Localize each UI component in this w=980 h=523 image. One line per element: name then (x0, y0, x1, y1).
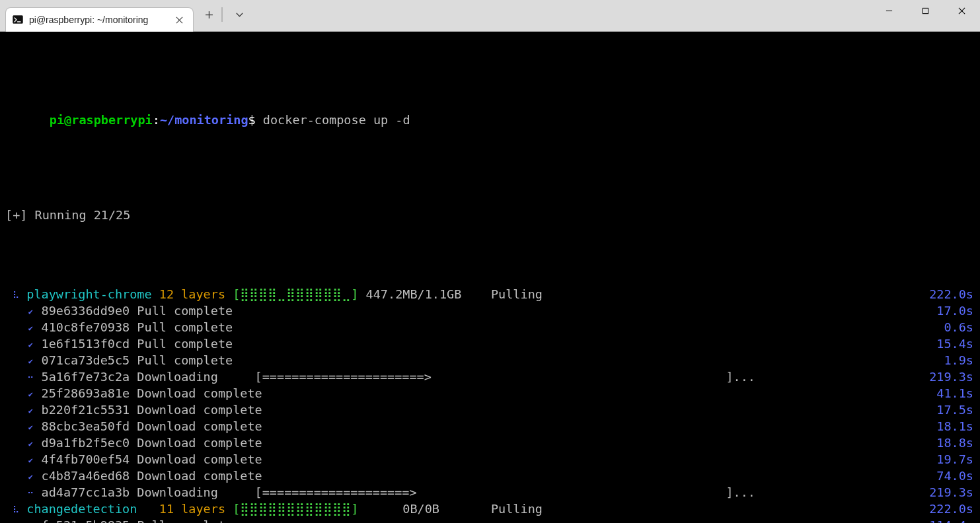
layer-time: 15.4s (936, 336, 973, 353)
layer-id: d9a1fb2f5ec0 (42, 436, 130, 450)
layer-time: 0.6s (944, 320, 973, 336)
layer-time: 219.3s (929, 485, 973, 501)
service-progress-bar: [⣿⣿⣿⣿⣿⣿⣿⣿⣿⣿⣿⣿] (233, 502, 358, 516)
prompt-userhost: pi@raspberrypi (50, 113, 153, 127)
layer-id: 88cbc3ea50fd (42, 419, 130, 433)
service-name: playwright-chrome (26, 287, 151, 301)
service-status: Pulling (469, 502, 543, 516)
service-time: 222.0s (929, 501, 973, 518)
prompt-command: docker-compose up -d (263, 113, 410, 127)
prompt-cwd: ~/monitoring (160, 113, 248, 127)
svg-rect-0 (13, 16, 23, 24)
service-size: 447.2MB/1.1GB (366, 287, 469, 301)
layer-row: ✔ 25f28693a81e Download complete41.1s (5, 386, 973, 402)
progress-spinner-icon: ⠒ (27, 485, 34, 501)
layer-row: ✔ 88cbc3ea50fd Download complete18.1s (5, 419, 973, 435)
terminal-area[interactable]: pi@raspberrypi:~/monitoring$ docker-comp… (0, 32, 980, 523)
layer-time: 219.3s (929, 369, 973, 386)
service-progress-bar: [⣿⣿⣿⣿⣀⣿⣿⣿⣿⣿⣿⣀] (233, 287, 358, 301)
layer-time: 17.5s (936, 402, 973, 419)
check-icon: ✔ (27, 320, 34, 336)
layer-id: b220f21c5531 (42, 403, 130, 417)
service-layers: 11 layers (159, 502, 225, 516)
layer-row: ✔ d9a1fb2f5ec0 Download complete18.8s (5, 435, 973, 452)
layer-row: ✔ 410c8fe70938 Pull complete0.6s (5, 320, 973, 336)
layer-row: ✔ 071ca73de5c5 Pull complete1.9s (5, 353, 973, 369)
progress-spinner-icon: ⠒ (27, 370, 34, 386)
service-status: Pulling (469, 287, 543, 301)
layer-row: ✔ 1e6f1513f0cd Pull complete15.4s (5, 336, 973, 353)
check-icon: ✔ (27, 386, 34, 402)
dropdown-button[interactable] (228, 4, 250, 25)
service-time: 222.0s (929, 287, 973, 303)
progress-spinner-icon: ⠧ (13, 287, 19, 303)
tab-title: pi@raspberrypi: ~/monitoring (29, 15, 167, 25)
layer-id: 4f4fb700ef54 (42, 452, 130, 466)
layer-time: 114.4s (929, 518, 973, 523)
new-tab-button[interactable] (198, 4, 220, 25)
layer-status: Download complete (137, 419, 262, 433)
layer-id: 1e6f1513f0cd (42, 337, 130, 351)
prompt-colon: : (153, 113, 160, 127)
check-icon: ✔ (27, 518, 34, 523)
layer-row: ✔ b220f21c5531 Download complete17.5s (5, 402, 973, 419)
running-header-text: [+] Running 21/25 (5, 207, 973, 223)
progress-spinner-icon: ⠧ (13, 502, 19, 518)
layer-status: Downloading (137, 370, 218, 384)
layer-row: ⠒ 5a16f7e73c2a Downloading [============… (5, 369, 973, 386)
layer-id: 25f28693a81e (42, 386, 130, 400)
layer-status: Download complete (137, 403, 262, 417)
tab-active[interactable]: pi@raspberrypi: ~/monitoring (5, 7, 194, 32)
layer-progress: [======================> ]... (218, 370, 755, 384)
layer-time: 18.8s (936, 435, 973, 452)
service-layers: 12 layers (159, 287, 225, 301)
services-container: ⠧ playwright-chrome 12 layers [⣿⣿⣿⣿⣀⣿⣿⣿⣿… (5, 287, 973, 523)
check-icon: ✔ (27, 436, 34, 452)
layer-id: 410c8fe70938 (42, 320, 130, 334)
close-button[interactable] (944, 0, 980, 21)
prompt-line: pi@raspberrypi:~/monitoring$ docker-comp… (5, 96, 973, 144)
layer-status: Pull complete (137, 337, 233, 351)
check-icon: ✔ (27, 353, 34, 369)
layer-time: 41.1s (936, 386, 973, 402)
layer-status: Download complete (137, 436, 262, 450)
layer-id: 5a16f7e73c2a (42, 370, 130, 384)
layer-status: Download complete (137, 469, 262, 483)
check-icon: ✔ (27, 337, 34, 353)
prompt-sigil: $ (248, 113, 256, 127)
check-icon: ✔ (27, 419, 34, 435)
layer-time: 1.9s (944, 353, 973, 369)
layer-time: 18.1s (936, 419, 973, 435)
minimize-button[interactable] (871, 0, 907, 21)
layer-time: 19.7s (936, 452, 973, 468)
layer-time: 17.0s (936, 303, 973, 320)
layer-id: 071ca73de5c5 (42, 353, 130, 367)
divider (221, 7, 223, 22)
layer-id: ad4a77cc1a3b (42, 485, 130, 499)
check-icon: ✔ (27, 452, 34, 468)
layer-row: ✔ fc521c5b9835 Pull complete114.4s (5, 518, 973, 523)
layer-status: Pull complete (137, 304, 233, 318)
svg-rect-7 (923, 8, 928, 13)
layer-id: fc521c5b9835 (42, 518, 130, 523)
layer-id: c4b87a46ed68 (42, 469, 130, 483)
window-controls (871, 0, 980, 21)
service-header: ⠧ changedetection 11 layers [⣿⣿⣿⣿⣿⣿⣿⣿⣿⣿⣿… (5, 501, 973, 518)
check-icon: ✔ (27, 469, 34, 485)
check-icon: ✔ (27, 403, 34, 419)
maximize-button[interactable] (907, 0, 944, 21)
titlebar: pi@raspberrypi: ~/monitoring (0, 0, 980, 32)
terminal-icon (13, 15, 23, 25)
layer-status: Pull complete (137, 518, 233, 523)
tab-close-button[interactable] (173, 14, 185, 26)
service-size: 0B/0B (366, 502, 469, 516)
service-name: changedetection (26, 502, 151, 516)
layer-row: ✔ c4b87a46ed68 Download complete74.0s (5, 468, 973, 485)
layer-row: ✔ 4f4fb700ef54 Download complete19.7s (5, 452, 973, 468)
layer-row: ✔ 89e6336dd9e0 Pull complete17.0s (5, 303, 973, 320)
layer-status: Pull complete (137, 353, 233, 367)
service-header: ⠧ playwright-chrome 12 layers [⣿⣿⣿⣿⣀⣿⣿⣿⣿… (5, 287, 973, 303)
layer-status: Pull complete (137, 320, 233, 334)
layer-status: Download complete (137, 386, 262, 400)
layer-status: Downloading (137, 485, 218, 499)
